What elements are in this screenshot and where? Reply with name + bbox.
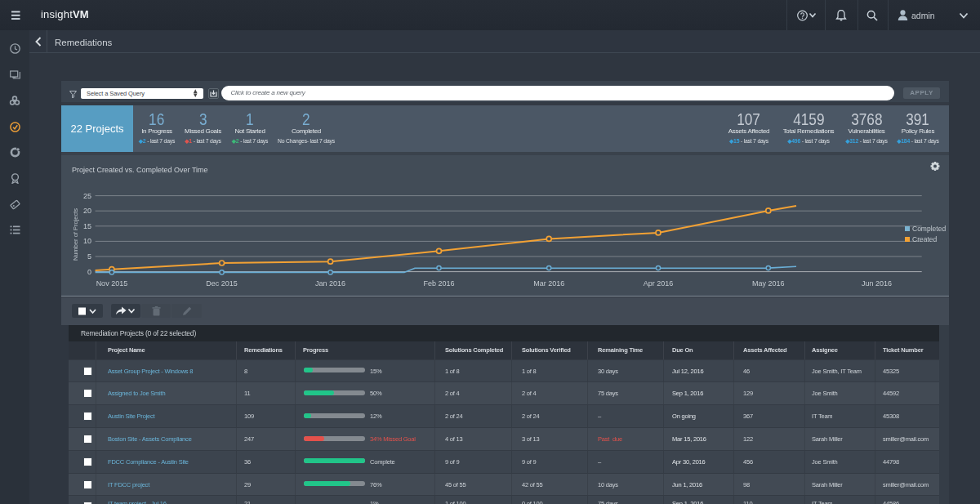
svg-text:0: 0 [87,267,91,275]
svg-text:Apr 2016: Apr 2016 [644,279,674,287]
svg-text:Created: Created [912,235,938,243]
svg-text:Number of Projects: Number of Projects [72,207,79,260]
svg-text:20: 20 [83,207,91,215]
svg-text:Jan 2016: Jan 2016 [315,279,345,287]
svg-text:Dec 2015: Dec 2015 [206,279,238,287]
svg-text:Feb 2016: Feb 2016 [423,279,454,287]
svg-text:25: 25 [83,191,91,199]
svg-text:May 2016: May 2016 [752,279,785,287]
svg-text:Completed: Completed [912,225,946,233]
svg-text:5: 5 [87,252,91,261]
svg-text:Jun 2016: Jun 2016 [862,279,892,287]
svg-text:10: 10 [83,237,91,245]
svg-text:Mar 2016: Mar 2016 [533,279,564,287]
svg-text:15: 15 [83,221,91,230]
svg-text:Nov 2015: Nov 2015 [96,279,128,287]
